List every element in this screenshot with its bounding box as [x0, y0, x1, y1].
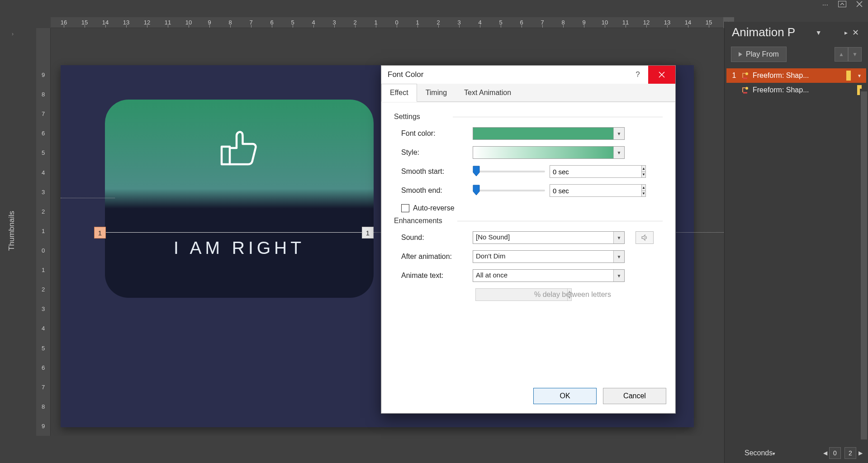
- play-from-label: Play From: [746, 50, 779, 58]
- dialog-title-text: Font Color: [388, 70, 423, 79]
- sound-dropdown-icon[interactable]: ▼: [613, 232, 624, 243]
- svg-point-3: [745, 87, 748, 90]
- after-animation-label: After animation:: [401, 253, 468, 261]
- smooth-start-label: Smooth start:: [401, 167, 468, 176]
- animation-duration-bar[interactable]: [846, 71, 851, 81]
- sound-preview-button[interactable]: [636, 231, 654, 244]
- freeform-shape[interactable]: I AM RIGHT: [105, 100, 374, 298]
- play-icon: [739, 52, 742, 57]
- timeline-left-icon[interactable]: ◀: [821, 447, 829, 459]
- smooth-end-spinner[interactable]: ▲▼: [550, 184, 608, 197]
- smooth-end-slider[interactable]: [473, 187, 545, 194]
- font-color-combo[interactable]: ▼: [473, 127, 625, 140]
- smooth-start-slider[interactable]: [473, 168, 545, 175]
- animation-pane-title: Animation P ▼ ▸ ✕: [725, 22, 868, 43]
- tab-timing[interactable]: Timing: [417, 84, 455, 101]
- smooth-end-input[interactable]: [550, 184, 642, 197]
- smooth-start-spinner[interactable]: ▲▼: [550, 165, 608, 178]
- enhancements-group-label: Enhancements: [394, 217, 663, 225]
- style-dropdown-icon[interactable]: ▼: [613, 147, 624, 158]
- font-color-label: Font color:: [401, 129, 468, 138]
- guide-line: [61, 198, 115, 198]
- sound-select[interactable]: [No Sound] ▼: [473, 231, 625, 244]
- sound-value: [No Sound]: [473, 232, 613, 243]
- selection-line: [105, 232, 374, 233]
- spinner-down-icon[interactable]: ▼: [642, 172, 645, 178]
- slider-thumb-icon[interactable]: [473, 185, 480, 196]
- animate-text-select[interactable]: All at once ▼: [473, 269, 625, 282]
- animation-pane-title-text: Animation P: [732, 25, 795, 39]
- animation-item-label: Freeform: Shap...: [753, 72, 843, 80]
- seconds-label[interactable]: Seconds▾: [745, 449, 775, 457]
- ellipsis-icon[interactable]: ···: [822, 1, 828, 9]
- animation-order-tag[interactable]: 1: [94, 227, 106, 239]
- svg-rect-0: [839, 1, 846, 7]
- timeline-pos-2[interactable]: 2: [844, 447, 856, 459]
- animate-text-value: All at once: [473, 270, 613, 282]
- after-animation-select[interactable]: Don't Dim ▼: [473, 250, 625, 263]
- sound-label: Sound:: [401, 234, 468, 242]
- style-label: Style:: [401, 148, 468, 157]
- dialog-close-button[interactable]: [648, 66, 675, 84]
- thumbs-up-icon: [218, 126, 261, 172]
- font-color-swatch: [473, 128, 613, 139]
- slider-thumb-icon[interactable]: [473, 166, 480, 177]
- ribbon-display-icon[interactable]: [838, 1, 846, 9]
- tab-text-animation[interactable]: Text Animation: [455, 84, 520, 101]
- timeline-right-icon[interactable]: ▶: [856, 447, 864, 459]
- animation-pane: Animation P ▼ ▸ ✕ Play From ▲ ▼ 1Freefor…: [724, 22, 868, 463]
- auto-reverse-label: Auto-reverse: [413, 204, 455, 212]
- after-animation-dropdown-icon[interactable]: ▼: [613, 251, 624, 263]
- pane-move-icon[interactable]: ▸: [842, 29, 850, 36]
- shape-text[interactable]: I AM RIGHT: [174, 238, 305, 258]
- animation-item[interactable]: 1Freeform: Shap...▼: [726, 68, 866, 83]
- checkbox-icon[interactable]: [401, 204, 409, 212]
- spinner-up-icon[interactable]: ▲: [642, 185, 645, 191]
- animation-order-tag-2[interactable]: 1: [362, 227, 374, 239]
- spinner-down-icon[interactable]: ▼: [642, 191, 645, 197]
- delay-spinner: ▲▼: [475, 288, 530, 301]
- help-button[interactable]: ?: [627, 70, 648, 79]
- animation-item-number: 1: [731, 72, 737, 80]
- thumbnails-collapsed-panel[interactable]: Thumbnails: [0, 14, 24, 448]
- play-from-button[interactable]: Play From: [731, 47, 787, 62]
- animate-text-dropdown-icon[interactable]: ▼: [613, 270, 624, 282]
- animation-item-dropdown-icon[interactable]: ▼: [857, 73, 862, 78]
- close-icon[interactable]: [856, 1, 863, 9]
- move-down-button[interactable]: ▼: [848, 47, 862, 62]
- dialog-titlebar: Font Color ?: [381, 66, 675, 84]
- dialog-body: Settings Font color: ▼ Style: ▼ Smooth s…: [382, 103, 674, 412]
- animation-item[interactable]: Freeform: Shap...: [726, 83, 866, 97]
- ok-button[interactable]: OK: [533, 388, 597, 404]
- dialog-tabs: Effect Timing Text Animation: [381, 84, 675, 102]
- tab-effect[interactable]: Effect: [381, 84, 417, 102]
- ruler-horizontal: 1615141312111098765432101234567891011121…: [51, 17, 724, 28]
- style-swatch: [473, 147, 613, 158]
- smooth-end-label: Smooth end:: [401, 186, 468, 195]
- ruler-vertical: 9876543210123456789: [36, 28, 51, 436]
- animation-pane-scrollbar[interactable]: [860, 89, 868, 442]
- after-animation-value: Don't Dim: [473, 251, 613, 263]
- style-combo[interactable]: ▼: [473, 146, 625, 159]
- svg-point-2: [745, 72, 748, 75]
- font-color-dialog: Font Color ? Effect Timing Text Animatio…: [381, 65, 676, 414]
- emphasis-effect-icon: [741, 72, 749, 80]
- animate-text-label: Animate text:: [401, 272, 468, 280]
- emphasis-effect-icon: [741, 86, 749, 94]
- pane-close-icon[interactable]: ✕: [850, 28, 861, 38]
- cancel-button[interactable]: Cancel: [603, 388, 666, 404]
- thumbnails-expand-icon[interactable]: ›: [12, 31, 14, 37]
- spinner-up-icon[interactable]: ▲: [642, 166, 645, 172]
- delay-label: % delay between letters: [534, 291, 611, 299]
- thumbnails-label: Thumbnails: [7, 211, 16, 251]
- settings-group-label: Settings: [394, 113, 663, 121]
- move-up-button[interactable]: ▲: [835, 47, 848, 62]
- pane-options-icon[interactable]: ▼: [813, 29, 825, 36]
- svg-rect-1: [222, 147, 230, 164]
- animation-list: 1Freeform: Shap...▼Freeform: Shap...: [726, 68, 866, 97]
- timeline-bar: Seconds▾ ◀ 0 2 ▶: [725, 443, 868, 463]
- auto-reverse-checkbox[interactable]: Auto-reverse: [401, 204, 663, 212]
- smooth-start-input[interactable]: [550, 165, 642, 178]
- font-color-dropdown-icon[interactable]: ▼: [613, 128, 624, 139]
- timeline-pos-0[interactable]: 0: [829, 447, 841, 459]
